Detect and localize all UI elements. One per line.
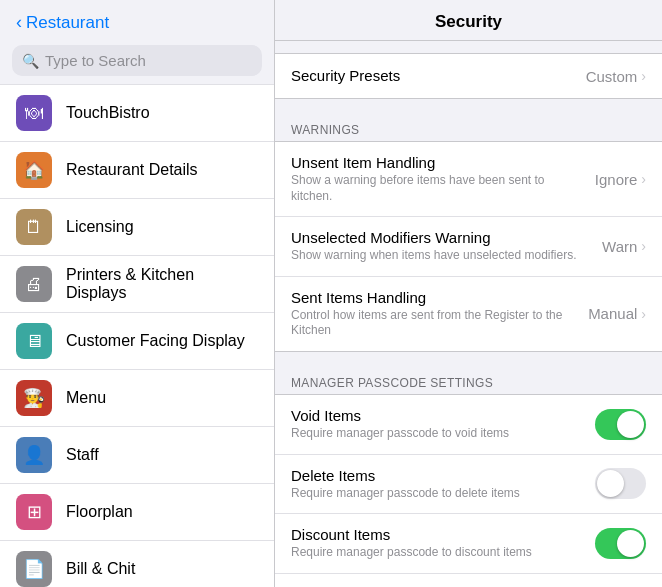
touchbistro-icon: 🍽 [16, 95, 52, 131]
warning-row-unsent-item[interactable]: Unsent Item Handling Show a warning befo… [275, 142, 662, 217]
void-items-toggle-knob [617, 411, 644, 438]
sidebar-item-restaurant-details[interactable]: 🏠 Restaurant Details [0, 142, 274, 199]
back-label[interactable]: Restaurant [26, 13, 109, 33]
passcode-header: MANAGER PASSCODE SETTINGS [275, 372, 662, 394]
menu-label: Menu [66, 389, 106, 407]
unsent-item-chevron-icon: › [641, 171, 646, 187]
warnings-header: WARNINGS [275, 119, 662, 141]
back-chevron-icon: ‹ [16, 12, 22, 33]
unsent-item-subtitle: Show a warning before items have been se… [291, 173, 587, 204]
warning-row-sent-items[interactable]: Sent Items Handling Control how items ar… [275, 277, 662, 351]
unselected-modifiers-chevron-icon: › [641, 238, 646, 254]
delete-items-title: Delete Items [291, 467, 595, 484]
warnings-card: Unsent Item Handling Show a warning befo… [275, 141, 662, 352]
presets-value: Custom [586, 68, 638, 85]
restaurant-details-label: Restaurant Details [66, 161, 198, 179]
back-nav[interactable]: ‹ Restaurant [0, 0, 274, 41]
warnings-group: WARNINGS Unsent Item Handling Show a war… [275, 119, 662, 352]
unselected-modifiers-title: Unselected Modifiers Warning [291, 229, 594, 246]
sidebar-item-menu[interactable]: 👨‍🍳 Menu [0, 370, 274, 427]
delete-items-toggle[interactable] [595, 468, 646, 499]
warning-row-unselected-modifiers[interactable]: Unselected Modifiers Warning Show warnin… [275, 217, 662, 277]
delete-items-toggle-knob [597, 470, 624, 497]
passcode-card: Void Items Require manager passcode to v… [275, 394, 662, 587]
search-icon: 🔍 [22, 53, 39, 69]
cfd-icon: 🖥 [16, 323, 52, 359]
passcode-row-delete-items: Delete Items Require manager passcode to… [275, 455, 662, 515]
passcode-row-void-items: Void Items Require manager passcode to v… [275, 395, 662, 455]
sent-items-title: Sent Items Handling [291, 289, 580, 306]
presets-label: Security Presets [291, 67, 578, 84]
page-title: Security [435, 12, 502, 31]
presets-card: Security Presets Custom › [275, 53, 662, 99]
sidebar-list: 🍽 TouchBistro 🏠 Restaurant Details 🗒 Lic… [0, 84, 274, 587]
sidebar-item-floorplan[interactable]: ⊞ Floorplan [0, 484, 274, 541]
passcode-row-open-cash-drawer: Open Cash Drawer Require manager passcod… [275, 574, 662, 587]
search-placeholder: Type to Search [45, 52, 146, 69]
sidebar-item-licensing[interactable]: 🗒 Licensing [0, 199, 274, 256]
cfd-label: Customer Facing Display [66, 332, 245, 350]
sidebar-item-bill-chit[interactable]: 📄 Bill & Chit [0, 541, 274, 587]
main-content: Security Security Presets Custom › WARNI… [275, 0, 662, 587]
sidebar: ‹ Restaurant 🔍 Type to Search 🍽 TouchBis… [0, 0, 275, 587]
content-scroll: Security Presets Custom › WARNINGS Unsen… [275, 41, 662, 587]
unselected-modifiers-subtitle: Show warning when items have unselected … [291, 248, 594, 264]
discount-items-subtitle: Require manager passcode to discount ite… [291, 545, 595, 561]
discount-items-toggle-knob [617, 530, 644, 557]
search-bar[interactable]: 🔍 Type to Search [12, 45, 262, 76]
discount-items-toggle[interactable] [595, 528, 646, 559]
bill-chit-label: Bill & Chit [66, 560, 135, 578]
restaurant-details-icon: 🏠 [16, 152, 52, 188]
presets-chevron-icon: › [641, 68, 646, 84]
licensing-label: Licensing [66, 218, 134, 236]
licensing-icon: 🗒 [16, 209, 52, 245]
sidebar-item-touchbistro[interactable]: 🍽 TouchBistro [0, 84, 274, 142]
floorplan-label: Floorplan [66, 503, 133, 521]
menu-icon: 👨‍🍳 [16, 380, 52, 416]
discount-items-title: Discount Items [291, 526, 595, 543]
delete-items-subtitle: Require manager passcode to delete items [291, 486, 595, 502]
security-presets-row[interactable]: Security Presets Custom › [275, 54, 662, 98]
sidebar-item-staff[interactable]: 👤 Staff [0, 427, 274, 484]
floorplan-icon: ⊞ [16, 494, 52, 530]
main-header: Security [275, 0, 662, 41]
staff-icon: 👤 [16, 437, 52, 473]
printers-label: Printers & Kitchen Displays [66, 266, 258, 302]
unselected-modifiers-value: Warn [602, 238, 637, 255]
sent-items-subtitle: Control how items are sent from the Regi… [291, 308, 580, 339]
unsent-item-title: Unsent Item Handling [291, 154, 587, 171]
sent-items-value: Manual [588, 305, 637, 322]
void-items-toggle[interactable] [595, 409, 646, 440]
unsent-item-value: Ignore [595, 171, 638, 188]
bill-chit-icon: 📄 [16, 551, 52, 587]
void-items-title: Void Items [291, 407, 595, 424]
staff-label: Staff [66, 446, 99, 464]
void-items-subtitle: Require manager passcode to void items [291, 426, 595, 442]
touchbistro-label: TouchBistro [66, 104, 150, 122]
sent-items-chevron-icon: › [641, 306, 646, 322]
printers-icon: 🖨 [16, 266, 52, 302]
passcode-row-discount-items: Discount Items Require manager passcode … [275, 514, 662, 574]
sidebar-item-printers[interactable]: 🖨 Printers & Kitchen Displays [0, 256, 274, 313]
sidebar-item-cfd[interactable]: 🖥 Customer Facing Display [0, 313, 274, 370]
passcode-group: MANAGER PASSCODE SETTINGS Void Items Req… [275, 372, 662, 587]
